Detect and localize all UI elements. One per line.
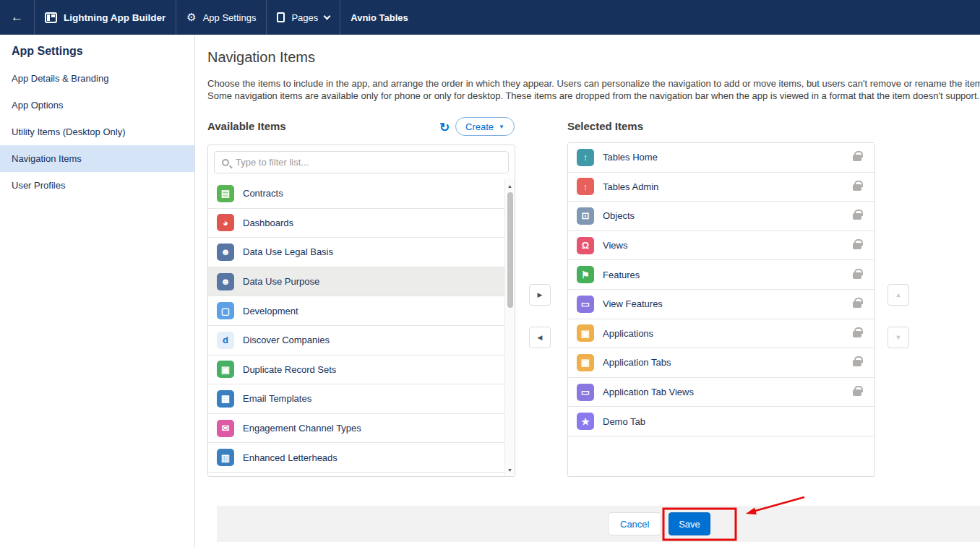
- sidebar-item-label: App Options: [12, 100, 64, 111]
- scroll-up-arrow[interactable]: ▲: [505, 181, 515, 191]
- item-icon: ▣: [217, 361, 234, 378]
- list-item-label: Email Templates: [243, 393, 311, 404]
- back-arrow-icon: ←: [11, 10, 23, 25]
- item-icon: Ω: [577, 237, 594, 254]
- available-list-item[interactable]: ▦ Email Templates: [208, 384, 504, 414]
- lock-icon: [853, 389, 861, 396]
- lock-icon: [853, 184, 861, 191]
- lock-icon: [853, 360, 861, 366]
- lightning-app-builder-window: ← Lightning App Builder ⚙ App Settings P…: [0, 0, 980, 547]
- app-builder-label: Lightning App Builder: [64, 12, 166, 23]
- available-list-item[interactable]: ▣ Duplicate Record Sets: [208, 356, 504, 385]
- item-icon: ▤: [217, 185, 234, 202]
- app-settings-menu-label: App Settings: [203, 12, 257, 23]
- list-item-label: Development: [243, 306, 298, 316]
- available-items-list: ▤ Contracts ◕ Dashboards ☻: [208, 179, 504, 476]
- available-list-item[interactable]: ▢ Development: [208, 296, 504, 326]
- selected-list-item[interactable]: ↑ Tables Admin: [568, 173, 874, 202]
- sidebar-title: App Settings: [0, 35, 194, 65]
- filter-search-box: [214, 151, 509, 173]
- refresh-icon: ↻: [439, 121, 450, 134]
- back-button[interactable]: ←: [0, 0, 35, 35]
- item-icon: ⚑: [577, 266, 594, 283]
- sidebar-item[interactable]: Navigation Items: [0, 145, 194, 172]
- scroll-down-arrow[interactable]: ▼: [505, 465, 515, 475]
- app-settings-menu[interactable]: ⚙ App Settings: [176, 0, 267, 35]
- item-icon: ✉: [217, 420, 234, 437]
- available-list-item[interactable]: ▥ Enhanced Letterheads: [208, 443, 504, 473]
- item-icon: ▢: [217, 302, 234, 319]
- chevron-down-icon: [324, 12, 331, 20]
- sidebar-nav: App Details & Branding App Options Utili…: [0, 65, 194, 199]
- available-list-item[interactable]: ☻ Data Use Legal Basis: [208, 238, 504, 267]
- available-list-item[interactable]: ◕ Dashboards: [208, 209, 504, 238]
- selected-list-item[interactable]: ⊡ Objects: [568, 202, 874, 231]
- sidebar-item-label: Utility Items (Desktop Only): [12, 126, 125, 137]
- selected-list-item[interactable]: ▭ View Features: [568, 290, 874, 319]
- item-icon: ☻: [217, 273, 234, 290]
- sidebar-item[interactable]: User Profiles: [0, 172, 194, 199]
- lock-icon: [853, 331, 861, 337]
- list-item-label: Data Use Legal Basis: [243, 246, 333, 257]
- save-button[interactable]: Save: [669, 512, 710, 535]
- create-button-label: Create: [465, 121, 494, 132]
- item-icon: ▭: [577, 384, 594, 401]
- description-line-2: Some navigation items are available only…: [207, 90, 980, 101]
- selected-items-listbox: ↑ Tables Home ↑ Tables Admin: [567, 142, 875, 477]
- available-list-item[interactable]: ☻ Data Use Purpose: [208, 267, 504, 297]
- selected-list-item[interactable]: ⚑ Features: [568, 260, 874, 290]
- list-item-label: Demo Tab: [603, 416, 645, 427]
- refresh-button[interactable]: ↻: [435, 118, 454, 137]
- list-item-label: View Features: [603, 298, 663, 309]
- sidebar-item[interactable]: App Details & Branding: [0, 65, 194, 92]
- reorder-down-button[interactable]: ▼: [887, 327, 909, 348]
- sidebar-item[interactable]: App Options: [0, 92, 194, 119]
- selected-list-item[interactable]: ▭ Application Tab Views: [568, 378, 874, 408]
- item-icon: ▦: [217, 390, 234, 408]
- item-icon: ◕: [217, 214, 234, 231]
- available-list-item[interactable]: ✉ Engagement Channel Types: [208, 414, 504, 444]
- list-item-label: Application Tab Views: [603, 387, 694, 397]
- scrollbar-thumb[interactable]: [507, 192, 513, 308]
- sidebar-item[interactable]: Utility Items (Desktop Only): [0, 119, 194, 145]
- list-item-label: Views: [603, 240, 627, 251]
- selected-list-item[interactable]: ▣ Applications: [568, 319, 874, 349]
- reorder-up-button[interactable]: ▲: [887, 284, 909, 306]
- list-item-label: Tables Admin: [603, 181, 658, 192]
- sidebar-item-label: App Details & Branding: [12, 73, 108, 84]
- navigation-items-panel: Navigation Items Choose the items to inc…: [195, 35, 980, 547]
- item-icon: ▭: [577, 296, 594, 313]
- current-app-name: Avnio Tables: [340, 0, 418, 35]
- selected-list-item[interactable]: Ω Views: [568, 231, 874, 261]
- move-to-selected-button[interactable]: ▶: [529, 284, 551, 306]
- create-button[interactable]: Create ▼: [455, 117, 515, 136]
- list-scrollbar[interactable]: ▲ ▼: [504, 179, 515, 476]
- available-list-item[interactable]: ▤ Contracts: [208, 179, 504, 209]
- app-builder-icon: [45, 12, 57, 23]
- lock-icon: [853, 243, 861, 249]
- available-list-item[interactable]: d Discover Companies: [208, 326, 504, 356]
- page-icon: [277, 12, 285, 22]
- list-item-label: Tables Home: [603, 152, 658, 163]
- item-icon: ↑: [577, 149, 594, 166]
- gear-icon: ⚙: [186, 11, 196, 24]
- list-item-label: Discover Companies: [243, 335, 330, 345]
- move-to-available-button[interactable]: ◀: [529, 327, 551, 348]
- selected-list-item[interactable]: ↑ Tables Home: [568, 143, 874, 173]
- filter-search-input[interactable]: [236, 157, 501, 168]
- cancel-button[interactable]: Cancel: [608, 512, 661, 535]
- lock-icon: [853, 155, 861, 161]
- arrow-up-icon: ▲: [895, 291, 902, 298]
- list-item-label: Application Tabs: [603, 357, 671, 368]
- arrow-down-icon: ▼: [895, 334, 902, 341]
- list-item-label: Duplicate Record Sets: [243, 364, 336, 375]
- selected-list-item[interactable]: ▣ Application Tabs: [568, 348, 874, 378]
- action-footer: Cancel Save: [217, 506, 980, 542]
- item-icon: ▥: [217, 449, 234, 466]
- sidebar-item-label: Navigation Items: [12, 153, 82, 164]
- description-line-1: Choose the items to include in the app, …: [207, 78, 980, 89]
- caret-down-icon: ▼: [499, 124, 504, 130]
- selected-items-heading: Selected Items: [567, 120, 643, 132]
- pages-menu[interactable]: Pages: [267, 0, 340, 35]
- selected-list-item[interactable]: ★ Demo Tab: [568, 407, 874, 436]
